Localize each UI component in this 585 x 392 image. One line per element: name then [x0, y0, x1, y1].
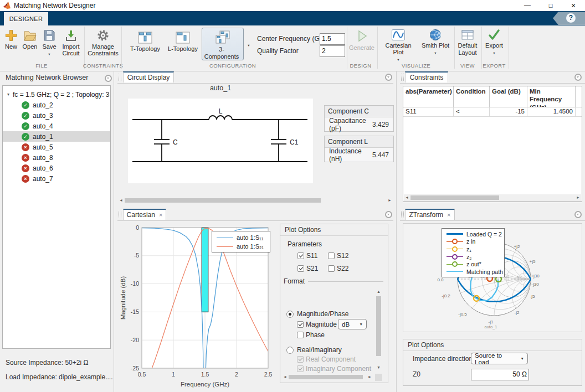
t-topology-button[interactable]: T-Topology [126, 28, 164, 59]
format-hscrollbar[interactable]: ◄ ► [282, 374, 373, 381]
cell-min-frequency[interactable]: 1.4500 [527, 107, 576, 117]
cartesian-plot-icon [391, 29, 406, 41]
phase-checkbox[interactable] [297, 332, 304, 338]
inductance-value[interactable]: 5.447 [372, 151, 389, 159]
scroll-left-icon[interactable]: ◄ [283, 374, 287, 380]
smith-plot-button[interactable]: Smith Plot ▾ [419, 27, 452, 55]
tree-caret-icon[interactable]: ▾ [7, 92, 13, 97]
s11-checkbox[interactable] [297, 252, 304, 259]
tree-item-auto-5[interactable]: × auto_5 [3, 142, 110, 152]
generate-button[interactable]: Generate [348, 27, 375, 51]
legend-entry: Loaded Q = 2 [443, 230, 502, 238]
tree-item-auto-8[interactable]: × auto_8 [3, 152, 110, 163]
col-clipped [576, 86, 582, 107]
scroll-left-icon[interactable]: ◄ [405, 194, 409, 201]
scroll-right-icon[interactable]: ► [368, 374, 372, 380]
quality-factor-input[interactable]: 2 [320, 45, 345, 57]
scroll-thumb[interactable] [289, 375, 363, 379]
col-condition: Condition [454, 86, 490, 107]
svg-text:-10: -10 [131, 280, 139, 287]
panel-grip[interactable] [401, 74, 404, 81]
panel-grip[interactable] [119, 74, 121, 81]
cell-condition[interactable]: < [454, 107, 490, 117]
circuit-hscrollbar[interactable]: ◄ ► [118, 197, 393, 204]
constraints-panel-menu-icon[interactable] [574, 74, 582, 81]
import-circuit-button[interactable]: Import Circuit [59, 27, 83, 56]
real-imaginary-radio[interactable] [286, 347, 294, 354]
minimize-button[interactable]: — [516, 0, 539, 11]
cartesian-plot-button[interactable]: Cartesian Plot ▾ [380, 27, 417, 62]
topology-gallery-dropdown[interactable]: ▾ [244, 28, 253, 59]
scroll-thumb[interactable] [125, 198, 321, 203]
column-splitter[interactable] [396, 71, 397, 392]
legend-entry: z out* [443, 260, 502, 268]
cell-goal[interactable]: -15 [490, 107, 527, 117]
export-button[interactable]: Export ▾ [483, 27, 505, 55]
l-topology-button[interactable]: L-Topology [166, 28, 200, 59]
constraints-hscrollbar[interactable]: ◄ ► [404, 194, 581, 202]
circuit-panel-menu-icon[interactable] [385, 74, 392, 81]
open-button[interactable]: Open [21, 27, 39, 50]
tree-item-auto-7[interactable]: × auto_7 [3, 173, 110, 184]
tree-item-auto-2[interactable]: ✓ auto_2 [3, 100, 110, 110]
center-frequency-input[interactable]: 1.5 [320, 33, 345, 45]
scroll-thumb[interactable] [376, 296, 381, 356]
save-button[interactable]: Save ▾ [40, 27, 59, 56]
tree-root[interactable]: ▾ fc = 1.5 GHz; Q = 2 ; Topology: 3 [3, 89, 110, 100]
default-layout-button[interactable]: Default Layout [455, 27, 480, 56]
tree-item-auto-1[interactable]: ✓ auto_1 [3, 131, 110, 142]
tab-ztransform[interactable]: ZTransform × [405, 209, 455, 220]
tab-designer[interactable]: DESIGNER [4, 12, 48, 25]
tab-constraints[interactable]: Constraints [405, 71, 448, 82]
tab-close-icon[interactable]: × [447, 212, 450, 218]
help-button[interactable]: ? [566, 13, 576, 23]
three-components-icon [214, 30, 231, 45]
section-export: EXPORT [478, 63, 511, 69]
new-button[interactable]: New [2, 27, 20, 50]
tab-cartesian[interactable]: Cartesian × [123, 209, 166, 220]
s22-checkbox[interactable] [328, 265, 335, 272]
impedance-direction-dropdown[interactable]: Source to Load ▼ [471, 353, 528, 364]
scroll-down-icon[interactable]: ▼ [377, 364, 381, 371]
magnitude-phase-radio[interactable] [286, 311, 294, 318]
close-button[interactable]: × [562, 0, 585, 11]
circuit-title: auto_1 [117, 84, 324, 93]
smith-plot-dropdown-icon[interactable]: ▾ [434, 51, 436, 55]
cartesian-plot-dropdown-icon[interactable]: ▾ [397, 58, 399, 61]
s12-checkbox[interactable] [328, 252, 335, 259]
tree-item-auto-3[interactable]: ✓ auto_3 [3, 110, 110, 121]
maximize-button[interactable]: □ [539, 0, 562, 11]
z0-input[interactable]: 50 Ω [471, 369, 529, 380]
tab-circuit-display[interactable]: Circuit Display [123, 71, 174, 82]
cell-parameter[interactable]: S11 [403, 107, 454, 117]
panel-grip[interactable] [119, 211, 121, 218]
manage-constraints-button[interactable]: Manage Constraints [86, 27, 120, 56]
magnitude-unit-dropdown[interactable]: dB ▼ [338, 319, 367, 329]
svg-text:1.5: 1.5 [201, 371, 209, 378]
capacitance-value[interactable]: 3.429 [372, 121, 389, 128]
pass-icon: ✓ [22, 122, 29, 130]
scroll-left-icon[interactable]: ◄ [119, 197, 123, 204]
pass-icon: ✓ [22, 112, 29, 120]
pass-icon: ✓ [22, 101, 29, 109]
scroll-up-icon[interactable]: ▲ [377, 288, 381, 295]
scroll-right-icon[interactable]: ► [576, 194, 580, 201]
magnitude-checkbox[interactable] [297, 321, 304, 328]
save-dropdown-icon[interactable]: ▾ [48, 52, 50, 56]
three-components-button[interactable]: 3-Components [202, 28, 244, 60]
scroll-thumb[interactable] [410, 195, 499, 200]
ztransform-panel-menu-icon[interactable] [574, 211, 582, 218]
s21-checkbox[interactable] [297, 265, 304, 272]
toolbar: New Open Save ▾ Import Circuit [0, 25, 585, 71]
cartesian-panel-menu-icon[interactable] [385, 211, 392, 218]
tree-item-auto-4[interactable]: ✓ auto_4 [3, 121, 110, 131]
panel-grip[interactable] [401, 211, 404, 218]
tree-item-auto-6[interactable]: × auto_6 [3, 163, 110, 173]
export-dropdown-icon[interactable]: ▾ [493, 51, 495, 55]
browser-collapse-icon[interactable] [105, 75, 112, 82]
center-frequency-label: Center Frequency (GHz) [257, 35, 330, 43]
scroll-right-icon[interactable]: ► [388, 197, 392, 204]
sidebar-splitter[interactable] [114, 71, 114, 392]
format-vscrollbar[interactable]: ▲ ▼ [375, 288, 382, 371]
tab-close-icon[interactable]: × [159, 212, 162, 218]
